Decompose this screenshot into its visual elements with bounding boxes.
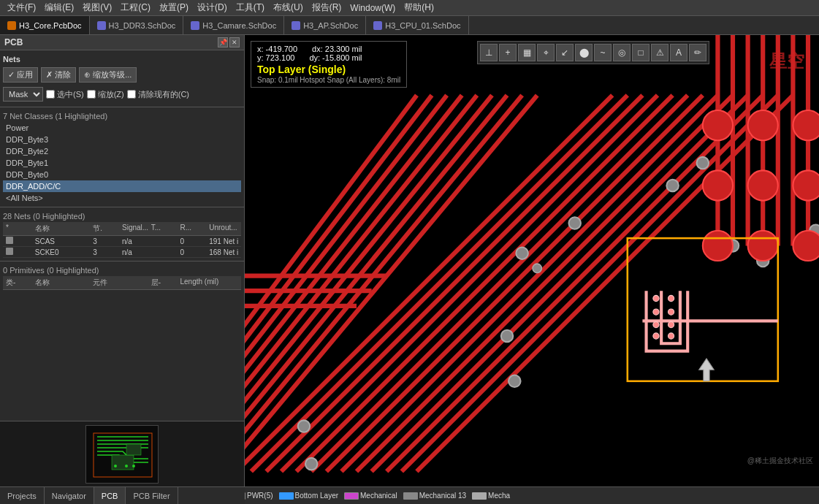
svg-point-51 [508,375,520,387]
measure-tool[interactable]: ⌖ [537,44,555,61]
table-row[interactable]: SCKE0 3 n/a 0 168 Net is Hid [3,247,241,258]
net-class-ddr-byte1[interactable]: DDR_Byte1 [3,157,241,169]
primitives-columns: 类- 名称 元件 层- Length (mil) [3,276,241,290]
star-decoration: 星空 [769,50,804,73]
nets-table-columns: * 名称 节. Signal... T... R... Unrout... [3,222,241,236]
svg-point-6 [132,465,135,467]
net-class-power[interactable]: Power [3,122,241,134]
tab-pcb-filter[interactable]: PCB Filter [126,487,178,504]
mini-map-canvas[interactable] [85,425,159,484]
tab-pcb[interactable]: PCB [94,487,126,504]
svg-point-5 [125,465,128,467]
drc-tool[interactable]: ⚠ [651,44,668,61]
table-row[interactable]: SCAS 3 n/a 0 191 Net is Hid [3,236,241,247]
net-classes-section: 7 Net Classes (1 Highlighted) Power DDR_… [0,107,244,207]
mini-map [0,421,244,486]
menu-item-report[interactable]: 报告(R) [308,0,346,15]
layer-bottom[interactable]: Bottom Layer [279,492,338,500]
svg-point-67 [653,321,659,327]
layer-label: Top Layer (Single) [257,64,400,75]
clear-existing-label[interactable]: 清除现有的(C) [127,89,189,100]
bar-chart-tool[interactable]: ▦ [518,44,536,61]
add-tool[interactable]: + [499,44,517,61]
menu-item-design[interactable]: 设计(D) [193,0,232,15]
menu-item-project[interactable]: 工程(C) [116,0,155,15]
tab-projects[interactable]: Projects [0,487,45,504]
svg-point-58 [748,170,778,200]
svg-rect-2 [112,455,134,470]
net-class-ddr-byte0[interactable]: DDR_Byte0 [3,169,241,180]
svg-point-41 [516,247,527,259]
primitives-section: 0 Primitives (0 Highlighted) 类- 名称 元件 层-… [0,261,244,421]
zoom-button[interactable]: ⊕ 缩放等级... [79,67,137,83]
tab-navigator[interactable]: Navigator [45,487,94,504]
net-class-ddr-byte2[interactable]: DDR_Byte2 [3,145,241,157]
svg-point-53 [305,458,317,470]
svg-rect-3 [126,444,141,455]
tab-h3-core[interactable]: H3_Core.PcbDoc [0,16,90,34]
svg-point-61 [748,231,778,261]
mask-select[interactable]: Mask [3,87,43,102]
text-edit-tool[interactable]: □ [632,44,650,61]
tab-h3-camare[interactable]: H3_Camare.SchDoc [183,16,284,34]
layer-mechanical[interactable]: Mechanical [344,492,397,500]
layer-mechanical13[interactable]: Mechanical 13 [403,492,466,500]
apply-button[interactable]: ✓ 应用 [3,67,38,83]
menu-item-view[interactable]: 视图(V) [78,0,116,15]
nets-label: Nets [3,53,241,65]
filter-tool[interactable]: ⊥ [480,44,498,61]
pad-tool[interactable]: ⬤ [575,44,593,61]
svg-point-68 [653,333,659,339]
svg-point-59 [793,170,819,200]
text-tool[interactable]: A [670,44,687,61]
svg-point-55 [748,110,778,140]
clear-existing-checkbox[interactable] [127,90,136,99]
watermark: @稀土掘金技术社区 [747,456,813,466]
draw-tool[interactable]: ✏ [689,44,706,61]
svg-point-69 [668,295,674,301]
menu-item-tools[interactable]: 工具(T) [232,0,269,15]
zoom-checkbox[interactable] [87,90,96,99]
primitives-header: 0 Primitives (0 Highlighted) [3,264,241,276]
menu-item-window[interactable]: Window(W) [346,1,400,15]
net-class-ddr-add[interactable]: DDR_ADD/C/C [3,180,241,192]
net-classes-header: 7 Net Classes (1 Highlighted) [3,110,241,122]
layer-mecha-extra[interactable]: Mecha [472,492,510,500]
panel-close-button[interactable]: ✕ [229,37,240,47]
via-tool[interactable]: ◎ [613,44,631,61]
tab-h3-cpu01[interactable]: H3_CPU_01.SchDoc [366,16,468,34]
svg-point-66 [653,309,659,315]
svg-point-60 [703,231,733,261]
menu-item-route[interactable]: 布线(U) [269,0,308,15]
menu-item-file[interactable]: 文件(F) [3,0,40,15]
menu-item-edit[interactable]: 编辑(E) [40,0,78,15]
coord-x: x: -419.700 [257,45,297,53]
clear-button[interactable]: ✗ 清除 [41,67,76,83]
menu-bar: 文件(F) 编辑(E) 视图(V) 工程(C) 放置(P) 设计(D) 工具(T… [0,0,819,16]
nets-table-section: 28 Nets (0 Highlighted) * 名称 节. Signal..… [0,207,244,261]
svg-point-72 [668,333,674,339]
zoom-checkbox-label[interactable]: 缩放(Z) [87,89,124,100]
tab-bar: H3_Core.PcbDoc H3_DDR3.SchDoc H3_Camare.… [0,16,819,35]
select-checkbox[interactable] [46,90,55,99]
menu-item-help[interactable]: 帮助(H) [400,0,438,15]
svg-point-44 [666,180,678,191]
pcb-traces [245,35,819,486]
tab-h3-ap[interactable]: H3_AP.SchDoc [284,16,366,34]
svg-point-42 [533,264,541,272]
pcb-area[interactable]: x: -419.700 dx: 23.300 mil y: 723.100 dy… [245,35,819,486]
select-checkbox-label[interactable]: 选中(S) [46,89,84,100]
nets-section: Nets ✓ 应用 ✗ 清除 ⊕ 缩放等级... Mask 选中(S) 缩放(Z… [0,50,244,107]
svg-point-62 [793,231,819,261]
panel-title: PCB [4,37,23,47]
tab-h3-ddr3[interactable]: H3_DDR3.SchDoc [90,16,184,34]
svg-point-4 [114,465,117,467]
cursor-tool[interactable]: ↙ [556,44,574,61]
svg-point-54 [703,110,733,140]
menu-item-place[interactable]: 放置(P) [155,0,193,15]
net-class-all[interactable]: <All Nets> [3,192,241,204]
svg-rect-0 [86,426,159,484]
net-class-ddr-byte3[interactable]: DDR_Byte3 [3,134,241,145]
net-tool[interactable]: ~ [594,44,612,61]
panel-pin-button[interactable]: 📌 [218,37,228,47]
